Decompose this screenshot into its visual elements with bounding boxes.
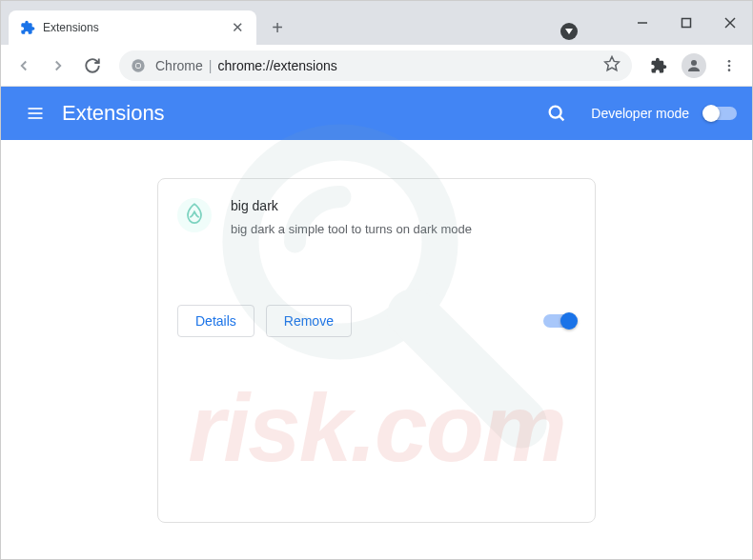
extension-info-row: big dark big dark a simple tool to turns… — [177, 198, 576, 238]
reload-button[interactable] — [77, 50, 108, 81]
tab-strip: Extensions ✕ + — [1, 1, 621, 45]
extensions-header: Extensions Developer mode — [1, 87, 752, 140]
new-tab-button[interactable]: + — [264, 14, 291, 41]
page-title: Extensions — [62, 101, 165, 126]
browser-toolbar: Chrome | chrome://extensions — [1, 45, 752, 87]
developer-mode-label: Developer mode — [591, 106, 689, 121]
svg-point-9 — [728, 60, 731, 63]
puzzle-icon — [20, 20, 35, 35]
toggle-knob — [560, 312, 578, 330]
close-window-button[interactable] — [708, 1, 752, 45]
url-origin: Chrome — [155, 58, 203, 73]
details-button[interactable]: Details — [177, 305, 254, 337]
svg-line-16 — [560, 116, 563, 120]
menu-dots-icon[interactable] — [714, 50, 744, 81]
svg-marker-7 — [605, 56, 620, 70]
window-titlebar: Extensions ✕ + — [1, 1, 752, 45]
tab-title: Extensions — [43, 21, 230, 34]
svg-point-10 — [728, 64, 731, 67]
hamburger-menu-icon[interactable] — [16, 94, 54, 132]
extension-enable-toggle[interactable] — [543, 314, 576, 328]
minimize-button[interactable] — [621, 1, 664, 45]
tab-search-button[interactable] — [556, 18, 582, 45]
extensions-puzzle-icon[interactable] — [643, 50, 674, 81]
svg-rect-1 — [682, 19, 691, 28]
url-separator: | — [209, 58, 213, 73]
address-bar[interactable]: Chrome | chrome://extensions — [119, 50, 632, 81]
header-actions: Developer mode — [538, 94, 737, 132]
window-controls — [621, 1, 752, 45]
extension-card: big dark big dark a simple tool to turns… — [157, 178, 596, 523]
svg-point-6 — [136, 63, 141, 68]
back-button[interactable] — [9, 50, 39, 81]
profile-avatar[interactable] — [682, 53, 706, 78]
extension-icon — [177, 198, 212, 232]
bookmark-star-icon[interactable] — [603, 55, 621, 76]
extension-actions: Details Remove — [177, 305, 576, 337]
forward-button[interactable] — [43, 50, 73, 81]
svg-point-15 — [550, 107, 561, 118]
maximize-button[interactable] — [664, 1, 708, 45]
svg-point-11 — [728, 69, 731, 71]
extension-description: big dark a simple tool to turns on dark … — [231, 221, 576, 238]
browser-tab[interactable]: Extensions ✕ — [9, 10, 256, 45]
chrome-icon — [131, 58, 146, 73]
close-icon[interactable]: ✕ — [230, 20, 245, 35]
url-path: chrome://extensions — [217, 58, 336, 73]
svg-point-8 — [691, 60, 697, 66]
remove-button[interactable]: Remove — [266, 305, 352, 337]
extension-text: big dark big dark a simple tool to turns… — [231, 198, 576, 238]
developer-mode-toggle[interactable] — [704, 107, 737, 120]
toggle-knob — [702, 105, 720, 122]
search-icon[interactable] — [538, 94, 576, 132]
extensions-list: big dark big dark a simple tool to turns… — [1, 140, 752, 560]
extension-name: big dark — [231, 198, 576, 213]
